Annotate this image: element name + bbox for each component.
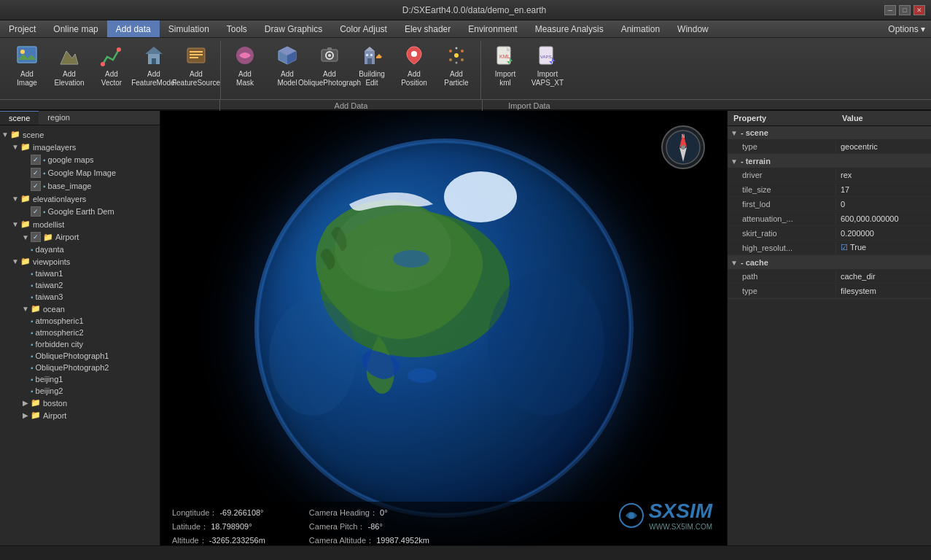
add-oblique-icon <box>318 44 341 67</box>
toolbar-btn-add-mask[interactable]: AddMask <box>224 41 266 90</box>
prop-name-terrain-1: tile_size <box>728 184 836 195</box>
prop-row-terrain-3: attenuation_...600,000.000000 <box>728 211 931 226</box>
menu-item-window[interactable]: Window <box>669 20 717 37</box>
menu-item-color-adjust[interactable]: Color Adjust <box>331 20 396 37</box>
prop-section-header-scene[interactable]: ▼- scene <box>728 126 931 139</box>
tree-expand-airport-1[interactable]: ▼ <box>20 233 31 241</box>
tree-node-airport-2[interactable]: ▶📁Airport <box>0 409 160 421</box>
tree-expand-boston[interactable]: ▶ <box>20 399 31 407</box>
add-mask-icon <box>233 44 257 67</box>
tree-label-imagelayers: imagelayers <box>33 143 76 152</box>
tree-node-atmospheric2[interactable]: ▪atmospheric2 <box>0 327 160 338</box>
menu-options-button[interactable]: Options ▾ <box>888 20 931 37</box>
toolbar-btn-add-image[interactable]: AddImage <box>6 41 48 90</box>
tree-node-airport-1[interactable]: ▼✓📁Airport <box>0 230 160 244</box>
tree-node-boston[interactable]: ▶📁boston <box>0 397 160 409</box>
toolbar-btn-add-oblique[interactable]: AddObliquePhotograph <box>308 41 351 90</box>
toolbar-btn-add-featuresource[interactable]: AddFeatureSource <box>175 41 217 90</box>
latitude-row: Latitude： 18.798909° <box>172 521 265 532</box>
tree-check-google-maps[interactable]: ✓ <box>31 155 41 165</box>
globe <box>254 139 634 518</box>
prop-name-terrain-4: skirt_ratio <box>728 228 836 239</box>
tree-expand-modellist[interactable]: ▼ <box>10 220 20 228</box>
prop-section-header-cache[interactable]: ▼- cache <box>728 256 931 269</box>
tree-expand-imagelayers[interactable]: ▼ <box>10 143 20 151</box>
altitude-value: -3265.233256m <box>209 536 265 545</box>
prop-section-header-terrain[interactable]: ▼- terrain <box>728 155 931 168</box>
tree-node-forbidden-city[interactable]: ▪forbidden city <box>0 338 160 350</box>
close-button[interactable]: ✕ <box>914 5 925 15</box>
tree-node-imagelayers[interactable]: ▼📁imagelayers <box>0 141 160 153</box>
toolbar-group-2: KMLImportkmlVAPSImportVAPS_XT <box>481 41 572 99</box>
minimize-button[interactable]: ─ <box>884 5 896 15</box>
tree-node-google-maps[interactable]: ✓▪google maps <box>0 153 160 166</box>
toolbar-btn-add-elevation[interactable]: AddElevation <box>48 41 90 90</box>
building-edit-icon <box>360 44 383 67</box>
menu-item-measure-analysis[interactable]: Measure Analysis <box>526 20 612 37</box>
tree-check-base-image[interactable]: ✓ <box>31 181 41 191</box>
tree-expand-ocean[interactable]: ▼ <box>20 305 31 313</box>
tree-node-taiwan2[interactable]: ▪taiwan2 <box>0 279 160 291</box>
window-title: D:/SXEarth4.0.0/data/demo_en.earth <box>64 5 884 15</box>
tree-node-atmospheric1[interactable]: ▪atmospheric1 <box>0 315 160 327</box>
cam-alt-label: Camera Altitude： <box>309 536 374 545</box>
menu-item-simulation[interactable]: Simulation <box>160 20 218 37</box>
tree-node-viewpoints[interactable]: ▼📁viewpoints <box>0 255 160 268</box>
toolbar-btn-add-featuremodel[interactable]: AddFeatureModel <box>133 41 175 90</box>
tree-node-ocean[interactable]: ▼📁ocean <box>0 303 160 315</box>
toolbar-group-1: AddMaskAddModelAddObliquePhotographBuild… <box>221 41 481 99</box>
prop-section-title-terrain: - terrain <box>741 157 771 166</box>
tree-node-taiwan3[interactable]: ▪taiwan3 <box>0 291 160 303</box>
sidebar-tab-scene[interactable]: scene <box>0 111 39 125</box>
prop-row-terrain-1: tile_size17 <box>728 182 931 197</box>
menu-item-tools[interactable]: Tools <box>218 20 256 37</box>
toolbar-btn-add-vector[interactable]: AddVector <box>90 41 133 90</box>
menubar: ProjectOnline mapAdd dataSimulationTools… <box>0 20 931 38</box>
map-area[interactable]: N Longtitude： -69.266108° Latitude： 18.7… <box>160 111 727 545</box>
tree-node-oblique2[interactable]: ▪ObliquePhotograph2 <box>0 362 160 373</box>
tree-expand-airport-2[interactable]: ▶ <box>20 411 31 419</box>
tree-node-google-map-image[interactable]: ✓▪Google Map Image <box>0 166 160 179</box>
tree-node-beijing2[interactable]: ▪beijing2 <box>0 385 160 397</box>
tree-node-base-image[interactable]: ✓▪base_image <box>0 179 160 192</box>
menu-item-add-data[interactable]: Add data <box>107 20 160 37</box>
tree-node-taiwan1[interactable]: ▪taiwan1 <box>0 268 160 279</box>
tree-check-airport-1[interactable]: ✓ <box>31 232 41 242</box>
tree-node-dayanta[interactable]: ▪dayanta <box>0 244 160 255</box>
tree-node-beijing1[interactable]: ▪beijing1 <box>0 373 160 385</box>
toolbar-group-label-1: Add Data <box>220 100 483 112</box>
tree-expand-scene-root[interactable]: ▼ <box>0 131 10 139</box>
svg-point-27 <box>456 47 458 50</box>
toolbar-btn-add-particle[interactable]: AddParticle <box>435 41 478 90</box>
tree-label-beijing2: beijing2 <box>36 386 63 395</box>
menu-item-environment[interactable]: Environment <box>459 20 526 37</box>
prop-row-cache-1: typefilesystem <box>728 284 931 298</box>
toolbar-btn-import-kml[interactable]: KMLImportkml <box>484 41 526 90</box>
tree-node-scene-root[interactable]: ▼📁scene <box>0 128 160 141</box>
toolbar-btn-add-position[interactable]: AddPosition <box>393 41 435 90</box>
toolbar-btn-import-vaps[interactable]: VAPSImportVAPS_XT <box>526 41 569 90</box>
tree-node-elevationlayers[interactable]: ▼📁elevationlayers <box>0 192 160 205</box>
tree-node-oblique1[interactable]: ▪ObliquePhotograph1 <box>0 350 160 362</box>
menu-item-draw-graphics[interactable]: Draw Graphics <box>256 20 331 37</box>
prop-value-terrain-3: 600,000.000000 <box>836 213 931 225</box>
folder-icon-imagelayers: 📁 <box>20 142 31 152</box>
sidebar-tab-region[interactable]: region <box>39 111 79 125</box>
props-header: Property Value <box>728 111 931 126</box>
props-col-property: Property <box>728 111 836 125</box>
menu-item-elev-shader[interactable]: Elev shader <box>396 20 459 37</box>
maximize-button[interactable]: □ <box>899 5 911 15</box>
toolbar-btn-building-edit[interactable]: BuildingEdit <box>351 41 393 90</box>
menu-item-animation[interactable]: Animation <box>612 20 669 37</box>
tree-check-google-earth-dem[interactable]: ✓ <box>31 206 41 217</box>
tree-node-modellist[interactable]: ▼📁modellist <box>0 218 160 230</box>
tree-check-google-map-image[interactable]: ✓ <box>31 168 41 178</box>
tree-expand-elevationlayers[interactable]: ▼ <box>10 195 20 203</box>
add-image-icon <box>15 44 39 67</box>
tree-expand-viewpoints[interactable]: ▼ <box>10 257 20 265</box>
menu-item-online-map[interactable]: Online map <box>44 20 106 37</box>
import-kml-label: Importkml <box>495 70 515 88</box>
svg-point-22 <box>454 53 459 58</box>
tree-node-google-earth-dem[interactable]: ✓▪Google Earth Dem <box>0 205 160 218</box>
menu-item-project[interactable]: Project <box>0 20 44 37</box>
